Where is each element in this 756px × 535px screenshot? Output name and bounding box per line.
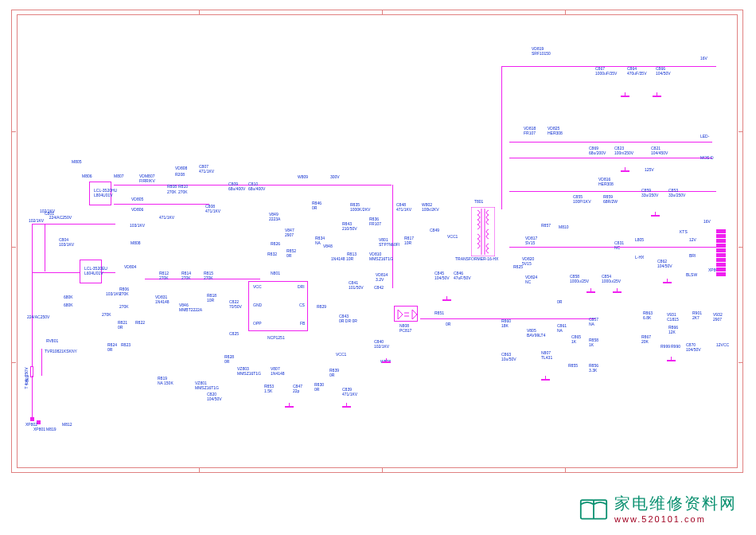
ref-r855: R855 [568, 363, 578, 368]
ref-vd805: VD805 [131, 197, 143, 201]
val-r840: 1N4148 10R [331, 256, 353, 261]
ref-r829: R829 [317, 304, 326, 309]
lbl-bri: BRI [689, 253, 696, 258]
val-v846: MMBT2222A [179, 307, 202, 312]
val-c859: 33u/250V [641, 193, 658, 197]
val-vd825: HER308 [548, 131, 563, 135]
gnd-icon [382, 358, 392, 365]
val-c831: NC [614, 245, 620, 250]
tick [382, 468, 383, 473]
ref-w809: W809 [298, 174, 308, 179]
val-c862: 104/50V [657, 264, 672, 268]
ref-c849: C849 [430, 228, 439, 232]
book-icon [579, 494, 608, 523]
pin-dri: DRI [298, 284, 305, 289]
transformer [471, 207, 495, 256]
val-v849: 2223A [269, 217, 280, 221]
val-n808: PC817 [399, 328, 411, 333]
tick [565, 10, 566, 14]
val-n807: TL431 [541, 355, 552, 360]
tick [382, 10, 383, 14]
val-r808: 270K [167, 189, 177, 194]
wire [114, 204, 209, 205]
val-c841: 101/50V [349, 285, 364, 290]
gnd-icon [342, 403, 352, 409]
gnd-icon [621, 92, 630, 99]
val-v931: C1815 [667, 317, 679, 322]
fuse-sym [30, 366, 33, 377]
val-r867: 20K [641, 339, 649, 344]
val-c855: 100P/1KV [573, 199, 591, 204]
val-v801: STP7N60FI [379, 242, 399, 247]
val-vd810: MMSZ16T1G [369, 256, 393, 261]
ref-m807: M807 [114, 174, 124, 178]
tick [11, 131, 16, 132]
val-c864: 470uF/35V [627, 71, 646, 76]
ref-tvr: TVR10821KSKNY [45, 349, 77, 353]
ref-m805: M805 [72, 159, 82, 164]
val-c869: 68u/200V [589, 150, 606, 155]
wire [271, 185, 342, 185]
val-r843: 210/50V [342, 226, 357, 231]
svg-rect-0 [471, 207, 495, 256]
val-c863: 10u/50V [501, 357, 516, 361]
ref-r823: R823 [121, 342, 131, 347]
rail-16v: 16V [700, 56, 707, 61]
ref-m808: M808 [131, 240, 141, 245]
ref-c812: 471/1KV [159, 215, 174, 220]
ref-r999: R999 [661, 344, 670, 349]
val-r824: 0R [118, 325, 123, 330]
wire [500, 318, 595, 319]
val-r856: 3.3K [589, 368, 597, 373]
rail-mosd: MOS-D [700, 155, 714, 160]
pin-opp: OPP [253, 321, 262, 326]
gnd-icon [667, 357, 676, 363]
wire [509, 247, 716, 248]
ref-r810: R810 [178, 184, 188, 189]
ref-r990: R990 [671, 344, 680, 349]
ref-r803: 680K [64, 295, 73, 299]
ref-r857: R857 [541, 223, 551, 228]
val-r801: 102/1KV [29, 218, 44, 223]
rail-125v: 125V [645, 167, 654, 172]
val-vz803: MMSZ16T1G [237, 371, 261, 376]
ref-r825: R825 [513, 264, 523, 269]
val-vd816: HER308 [598, 182, 614, 186]
ref-c842: C842 [374, 285, 384, 290]
val-c867: 1000uF/35V [595, 71, 617, 76]
ref-r826: R826 [271, 241, 280, 246]
watermark-title: 家电维修资料网 [614, 493, 737, 514]
gnd-icon [285, 403, 294, 409]
val-v807: 1N4148 [271, 371, 285, 376]
val-vd808: R208 [175, 172, 185, 177]
val-c840: 102/1KV [374, 344, 389, 349]
wire [32, 376, 33, 417]
val-vz801: MMSZ16T1G [195, 385, 219, 390]
val-c813: 103/1KV [106, 291, 121, 296]
val-c857: NA [589, 322, 594, 326]
val-c865: 1K [571, 339, 576, 344]
ref-m819: M819 [46, 427, 57, 432]
wire [501, 66, 502, 209]
tick [199, 10, 200, 14]
ref-v848: V848 [323, 244, 333, 248]
ref-rv801: RV801 [46, 338, 58, 343]
val-r818: 10R [207, 298, 214, 303]
watermark: 家电维修资料网 www.520101.com [579, 493, 737, 524]
pin-gnd: GND [253, 303, 262, 307]
part-ncp1251: NCP1251 [267, 335, 285, 340]
val-w809: 300V [330, 174, 340, 179]
val-vdm807: FIRR/KV [139, 178, 155, 183]
val-c853: 33u/250V [668, 193, 685, 197]
val-vd831: 1N4148 [155, 299, 170, 304]
val-vd819: SRF10150 [532, 51, 551, 56]
wire [509, 142, 712, 143]
lbl-kts: KTS [680, 229, 688, 234]
val-r817: 10R [404, 240, 411, 245]
val-vd818: FR107 [524, 131, 536, 135]
val-r901: 2K7 [692, 315, 699, 320]
val-r819: NA 150K [158, 381, 173, 385]
ref-vd804: VD804 [124, 264, 136, 269]
wire [420, 318, 500, 319]
val-r860: 18K [501, 323, 509, 328]
